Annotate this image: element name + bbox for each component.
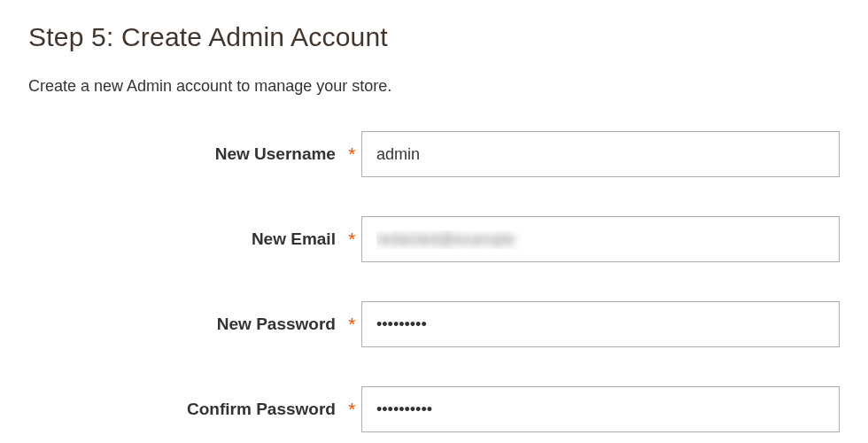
email-row: New Email * xyxy=(28,216,840,262)
required-icon: * xyxy=(343,399,361,420)
username-row: New Username * xyxy=(28,131,840,177)
confirm-password-row: Confirm Password * xyxy=(28,386,840,432)
page-subtitle: Create a new Admin account to manage you… xyxy=(28,77,840,96)
confirm-password-input[interactable] xyxy=(361,386,840,432)
required-icon: * xyxy=(343,314,361,335)
page-title: Step 5: Create Admin Account xyxy=(28,22,840,52)
email-input[interactable] xyxy=(361,216,840,262)
password-row: New Password * xyxy=(28,301,840,347)
username-input[interactable] xyxy=(361,131,840,177)
email-label: New Email xyxy=(28,229,343,249)
confirm-password-label: Confirm Password xyxy=(28,400,343,419)
required-icon: * xyxy=(343,144,361,165)
password-label: New Password xyxy=(28,315,343,334)
required-icon: * xyxy=(343,229,361,250)
password-input[interactable] xyxy=(361,301,840,347)
username-label: New Username xyxy=(28,144,343,164)
